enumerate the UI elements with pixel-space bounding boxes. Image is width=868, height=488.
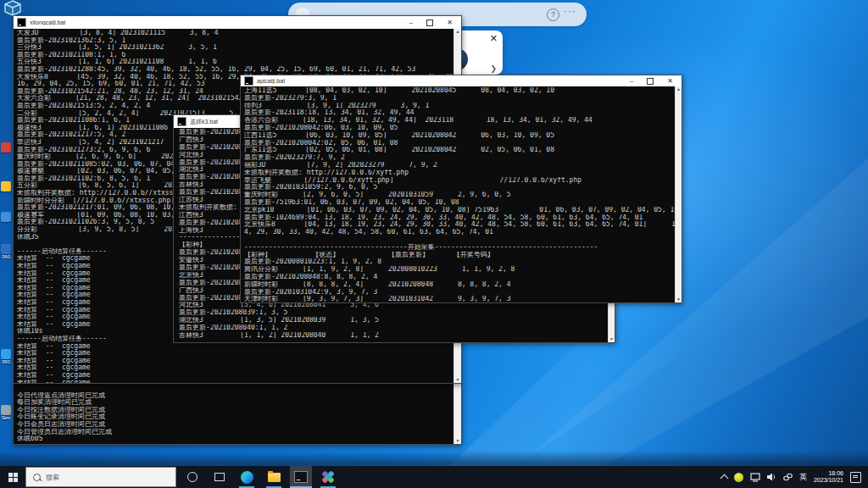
desktop-icon-label: Sev: [0, 415, 12, 420]
tray-clock[interactable]: 18:06 2023/10/21: [814, 470, 843, 484]
antivirus-tray-icon[interactable]: [734, 473, 743, 482]
wallpaper-shadow-band: [0, 451, 868, 466]
task-view-button[interactable]: [209, 466, 231, 488]
console-line: 排列3 [3, 9, 1] 2023279 3, 9, 1: [244, 103, 675, 110]
scroll-up-icon[interactable]: ▲: [454, 29, 461, 35]
console-line: 未结算 -- cgcgame: [17, 364, 453, 372]
console-line: 未抓取到开奖数据: http://127.0.0.6/xyft.php: [244, 169, 675, 177]
windows-logo-icon: [8, 473, 18, 482]
cmd-icon: [177, 117, 186, 126]
search-placeholder: 搜索: [46, 473, 59, 482]
minimize-button[interactable]: –: [630, 78, 633, 85]
minimize-button[interactable]: –: [409, 19, 413, 26]
action-center-icon[interactable]: [850, 472, 861, 483]
title-bar[interactable]: xitongcaiji.bat – ✕: [14, 16, 461, 29]
console-line: 腾讯分分彩 [1, 1, 9, 2, 8] 202008010223 1, 1,…: [244, 266, 675, 274]
console-output: 上海11选5 [08, 04, 03, 02, 10] 20210208045 …: [241, 86, 675, 302]
start-button[interactable]: [0, 466, 25, 488]
taskbar-explorer-button[interactable]: [263, 466, 285, 488]
console-line: 最后更新-1024689:04, 13, 18, 19, 23, 24, 29,…: [244, 214, 675, 222]
taskbar-cmd-button[interactable]: [290, 466, 312, 488]
console-line: 幸运飞艇 [//127.0.0.6/xyft.php] //127.0.0.6/…: [244, 177, 675, 185]
desktop-icon-image: [1, 212, 11, 222]
cortana-button[interactable]: [181, 466, 203, 488]
console-line: 新疆时时彩 [8, 8, 8, 2, 4] 20210208048 8, 8, …: [244, 281, 675, 289]
desktop-icon[interactable]: [0, 181, 12, 191]
cmd-icon: [244, 76, 253, 86]
console-line: [244, 236, 675, 244]
network-icon[interactable]: [750, 473, 760, 482]
console-line: 上海11选5 [08, 04, 03, 02, 10] 20210208045 …: [244, 87, 675, 95]
taskbar-edge-button[interactable]: [236, 466, 258, 488]
desktop-icon[interactable]: Sev: [0, 405, 12, 420]
close-icon[interactable]: ✕: [490, 34, 498, 43]
console-window-apicaiji[interactable]: apicaiji.bat – ✕ 上海11选5 [08, 04, 03, 02,…: [240, 75, 682, 303]
close-button[interactable]: ✕: [667, 78, 673, 85]
system-tray: 英 18:06 2023/10/21: [721, 470, 868, 484]
desktop-icon[interactable]: [0, 142, 12, 152]
console-line: 今日代理返点清理时间已完成: [17, 392, 453, 400]
desktop-icon-image: [1, 181, 11, 191]
window-title: xitongcaiji.bat: [30, 19, 65, 25]
console-line: 北京pk10 [01, 06, 03, 07, 09, 02, 04, 05, …: [244, 207, 675, 214]
ime-indicator[interactable]: 英: [799, 472, 807, 483]
scrollbar[interactable]: ▼: [453, 384, 461, 444]
volume-icon[interactable]: [767, 473, 776, 481]
desktop-icon[interactable]: 360: [0, 349, 12, 364]
title-bar[interactable]: apicaiji.bat – ✕: [241, 75, 682, 86]
console-line: 香港六合彩 [18, 13, 34, 01, 32, 49, 44] 20231…: [244, 117, 675, 125]
maximize-button[interactable]: [426, 19, 433, 26]
console-line: 未结算 -- cgcgame: [17, 380, 453, 384]
tray-expand-icon[interactable]: [721, 474, 729, 482]
close-button[interactable]: ✕: [447, 19, 453, 26]
desktop-icon-label: 360: [0, 254, 12, 259]
chevron-right-icon[interactable]: ❯: [490, 64, 497, 73]
console-line: 【彩种】 【状态】 【最后更新】 【开奖号码】: [244, 252, 675, 259]
window-title: 选择k3.bat: [190, 118, 218, 126]
taskbar-search-box[interactable]: 搜索: [25, 467, 176, 487]
console-line: 最后更新-20210208042:06, 03, 10, 09, 05: [244, 125, 675, 132]
console-line: 最后更新-2023118:18, 13, 34, 01, 32, 49, 44: [244, 109, 675, 117]
cortana-icon: [187, 472, 198, 482]
console-line: 最后更新-751963:01, 06, 03, 07, 09, 02, 04, …: [244, 199, 675, 207]
scroll-up-icon[interactable]: ▲: [676, 86, 682, 92]
scroll-down-icon[interactable]: ▼: [454, 377, 461, 383]
console-line: 休眠60S: [17, 435, 453, 443]
window-title: apicaiji.bat: [257, 78, 285, 84]
console-line: [17, 385, 453, 392]
cmd-icon: [17, 18, 26, 27]
desktop-icon[interactable]: [0, 212, 12, 222]
maximize-button[interactable]: [647, 78, 654, 85]
scroll-down-icon[interactable]: ▼: [676, 297, 682, 302]
scrollbar[interactable]: ▲ ▼: [675, 86, 682, 302]
pinwheel-app-icon: [319, 468, 338, 487]
console-window-xitongcaiji-lower[interactable]: 今日代理返点清理时间已完成每日加奖清理时间已完成今日投注数据清理时间已完成今日账…: [13, 384, 462, 445]
console-line: 未结算 -- cgcgame: [17, 358, 453, 365]
console-line: 今日投注数据清理时间已完成: [17, 407, 453, 414]
scroll-down-icon[interactable]: ▼: [609, 336, 615, 342]
desktop-icon-image: [1, 142, 11, 152]
taskbar-pinwheel-app-button[interactable]: [317, 466, 339, 488]
console-line: 今日账变记录清理时间已完成: [17, 413, 453, 421]
console-line: 最后更新-20210208048:8, 8, 8, 2, 4: [244, 274, 675, 281]
console-line: 最后更新-20210208040:1, 1, 2: [179, 324, 608, 332]
more-options-icon[interactable]: ···: [564, 5, 576, 17]
link-icon[interactable]: [783, 473, 793, 481]
scroll-down-icon[interactable]: ▼: [454, 438, 461, 444]
tray-time: 18:06: [814, 470, 843, 477]
console-line: 重庆时时彩 [2, 9, 6, 0, 5] 20201031059 2, 9, …: [244, 191, 675, 199]
console-line: 吉林快3 [1, 1, 2] 20210208040 1, 1, 2: [179, 332, 608, 340]
task-view-icon: [214, 473, 225, 481]
desktop-icon[interactable]: 360: [0, 244, 12, 259]
desktop-icon-cube[interactable]: [3, 0, 23, 17]
search-icon: [33, 474, 41, 481]
console-line: 未结算 -- cgcgame: [17, 343, 453, 351]
console-line: 最后更新-20231021108:1, 1, 6: [17, 52, 453, 59]
console-line: 最后更新-20201031042:9, 3, 9, 7, 3: [244, 289, 675, 297]
console-line: 福彩3D [7, 9, 2] 202023279 7, 9, 2: [244, 162, 675, 169]
console-line: 最后更新-20210208039:1, 3, 5: [179, 309, 608, 317]
help-icon[interactable]: ?: [547, 8, 559, 21]
tray-date: 2023/10/21: [814, 477, 843, 484]
console-line: ----------------------------------------…: [244, 244, 675, 252]
desktop-icon-label: 360: [0, 359, 12, 364]
